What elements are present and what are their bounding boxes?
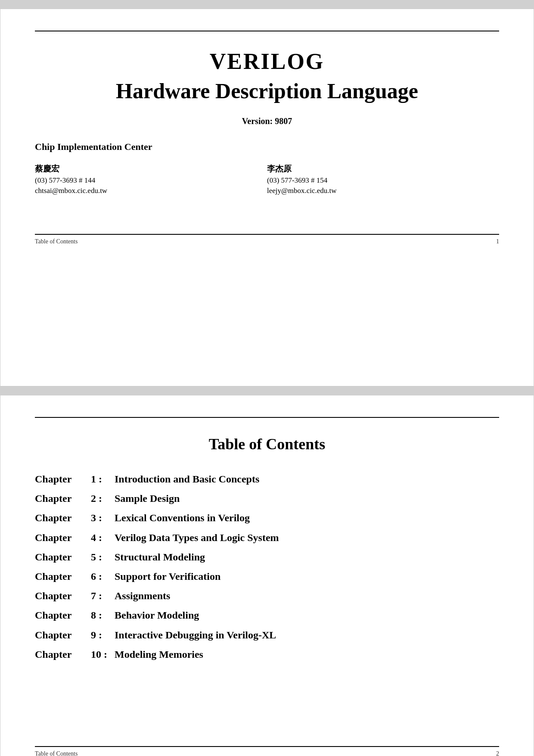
toc-chapter-label: Chapter — [35, 628, 91, 642]
author2-email: leejy@mbox.cic.edu.tw — [267, 187, 499, 195]
toc-chapter-text: Lexical Conventions in Verilog — [115, 511, 250, 525]
toc-chapter-text: Sample Design — [115, 492, 180, 505]
toc-item: Chapter10 :Modeling Memories — [35, 648, 499, 661]
toc-chapter-number: 10 : — [91, 648, 115, 661]
toc-chapter-label: Chapter — [35, 570, 91, 583]
footer-left-p2: Table of Contents — [35, 750, 78, 756]
toc-chapter-text: Modeling Memories — [115, 648, 203, 661]
footer-right-p1: 1 — [496, 238, 499, 245]
toc-chapter-number: 6 : — [91, 570, 115, 583]
toc-chapter-text: Verilog Data Types and Logic System — [115, 531, 279, 544]
author1-email: chtsai@mbox.cic.edu.tw — [35, 187, 267, 195]
toc-list: Chapter1 :Introduction and Basic Concept… — [35, 473, 499, 729]
page1-footer: Table of Contents 1 — [35, 235, 499, 247]
toc-item: Chapter6 :Support for Verification — [35, 570, 499, 583]
footer-right-p2: 2 — [496, 750, 499, 756]
org-name: Chip Implementation Center — [35, 141, 499, 152]
toc-chapter-number: 4 : — [91, 531, 115, 544]
authors-grid: 蔡慶宏 (03) 577-3693 # 144 chtsai@mbox.cic.… — [35, 163, 499, 195]
toc-chapter-number: 7 : — [91, 589, 115, 603]
toc-chapter-text: Introduction and Basic Concepts — [115, 473, 259, 486]
toc-item: Chapter5 :Structural Modeling — [35, 551, 499, 564]
toc-chapter-label: Chapter — [35, 473, 91, 486]
toc-title: Table of Contents — [35, 435, 499, 453]
author1-name: 蔡慶宏 — [35, 163, 267, 174]
author2-phone: (03) 577-3693 # 154 — [267, 176, 499, 185]
toc-item: Chapter9 :Interactive Debugging in Veril… — [35, 628, 499, 642]
toc-chapter-text: Structural Modeling — [115, 551, 205, 564]
toc-chapter-label: Chapter — [35, 609, 91, 622]
toc-chapter-label: Chapter — [35, 492, 91, 505]
toc-chapter-number: 9 : — [91, 628, 115, 642]
toc-chapter-number: 1 : — [91, 473, 115, 486]
toc-item: Chapter1 :Introduction and Basic Concept… — [35, 473, 499, 486]
toc-item: Chapter7 :Assignments — [35, 589, 499, 603]
title-verilog: VERILOG — [35, 49, 499, 74]
top-rule-p2 — [35, 417, 499, 418]
toc-chapter-text: Support for Verification — [115, 570, 220, 583]
toc-chapter-label: Chapter — [35, 551, 91, 564]
page-1: VERILOG Hardware Description Language Ve… — [0, 9, 534, 386]
toc-chapter-label: Chapter — [35, 531, 91, 544]
title-hdl: Hardware Description Language — [35, 78, 499, 103]
author2-block: 李杰原 (03) 577-3693 # 154 leejy@mbox.cic.e… — [267, 163, 499, 195]
toc-item: Chapter3 :Lexical Conventions in Verilog — [35, 511, 499, 525]
toc-chapter-text: Behavior Modeling — [115, 609, 199, 622]
top-rule-p1 — [35, 31, 499, 31]
toc-chapter-number: 5 : — [91, 551, 115, 564]
toc-chapter-label: Chapter — [35, 648, 91, 661]
footer-left-p1: Table of Contents — [35, 238, 78, 245]
page-2: Table of Contents Chapter1 :Introduction… — [0, 395, 534, 756]
toc-chapter-number: 3 : — [91, 511, 115, 525]
toc-item: Chapter4 :Verilog Data Types and Logic S… — [35, 531, 499, 544]
toc-chapter-text: Interactive Debugging in Verilog-XL — [115, 628, 276, 642]
toc-chapter-number: 8 : — [91, 609, 115, 622]
toc-chapter-number: 2 : — [91, 492, 115, 505]
toc-item: Chapter2 :Sample Design — [35, 492, 499, 505]
author2-name: 李杰原 — [267, 163, 499, 174]
toc-chapter-text: Assignments — [115, 589, 170, 603]
author1-phone: (03) 577-3693 # 144 — [35, 176, 267, 185]
version-label: Version: 9807 — [35, 116, 499, 126]
toc-chapter-label: Chapter — [35, 511, 91, 525]
author1-block: 蔡慶宏 (03) 577-3693 # 144 chtsai@mbox.cic.… — [35, 163, 267, 195]
page2-footer: Table of Contents 2 — [35, 747, 499, 756]
toc-item: Chapter8 :Behavior Modeling — [35, 609, 499, 622]
toc-chapter-label: Chapter — [35, 589, 91, 603]
